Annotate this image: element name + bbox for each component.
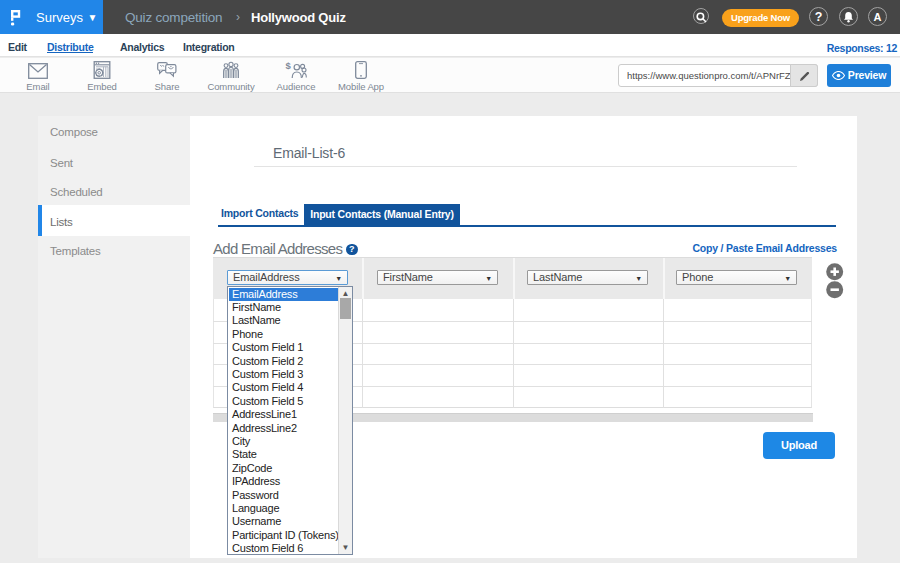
svg-text:$: $ bbox=[286, 60, 292, 71]
